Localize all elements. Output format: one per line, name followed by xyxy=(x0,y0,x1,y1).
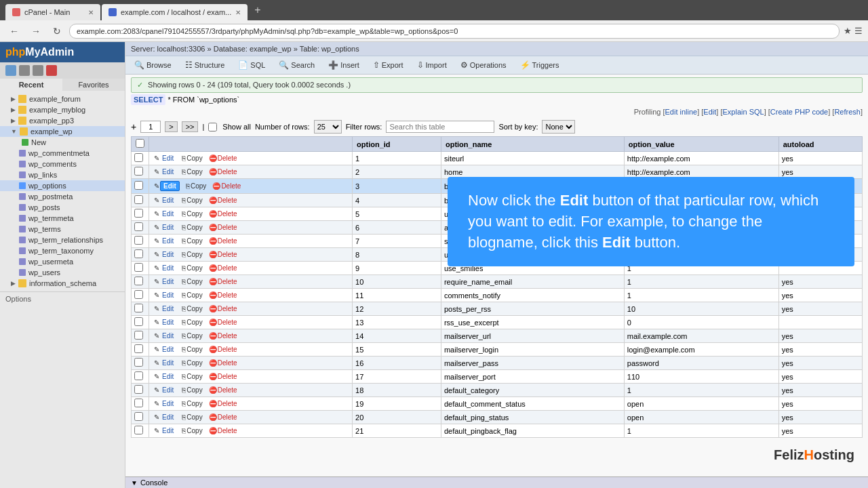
edit-label[interactable]: Edit xyxy=(160,318,176,327)
filter-input[interactable] xyxy=(386,121,494,133)
delete-button-15[interactable]: ⛔ Delete xyxy=(207,345,239,354)
tab-cpanel[interactable]: cPanel - Main ✕ xyxy=(5,4,100,20)
copy-button-20[interactable]: ⎘ Copy xyxy=(180,413,204,422)
insert-button[interactable]: ➕ Insert xyxy=(322,58,366,73)
tab-pma-close[interactable]: ✕ xyxy=(235,9,241,16)
row-checkbox[interactable] xyxy=(134,412,143,421)
copy-button-18[interactable]: ⎘ Copy xyxy=(180,386,204,394)
edit-label[interactable]: Edit xyxy=(160,167,176,176)
row-checkbox[interactable] xyxy=(134,426,143,434)
create-php-link[interactable]: Create PHP code xyxy=(770,108,828,116)
edit-label[interactable]: Edit xyxy=(160,345,176,354)
copy-button-1[interactable]: ⎘ Copy xyxy=(180,154,204,163)
row-checkbox[interactable] xyxy=(134,358,143,367)
edit-label[interactable]: Edit xyxy=(160,154,176,163)
edit-label[interactable]: Edit xyxy=(160,372,176,381)
row-checkbox[interactable] xyxy=(134,249,143,258)
edit-label[interactable]: Edit xyxy=(160,250,176,259)
copy-button-14[interactable]: ⎘ Copy xyxy=(180,331,204,340)
edit-button-15[interactable]: ✎ Edit xyxy=(152,344,178,354)
th-option-value[interactable]: option_value xyxy=(624,137,778,152)
copy-button-17[interactable]: ⎘ Copy xyxy=(180,372,204,381)
refresh-link[interactable]: Refresh xyxy=(834,108,861,116)
copy-button-9[interactable]: ⎘ Copy xyxy=(180,264,204,272)
edit-label[interactable]: Edit xyxy=(160,386,176,394)
row-checkbox[interactable] xyxy=(134,290,143,299)
tree-new[interactable]: New xyxy=(0,137,125,148)
edit-button-12[interactable]: ✎ Edit xyxy=(152,304,178,314)
url-bar[interactable] xyxy=(69,24,840,39)
copy-button-10[interactable]: ⎘ Copy xyxy=(180,277,204,286)
tree-wp-term-relationships[interactable]: wp_term_relationships xyxy=(0,235,125,245)
edit-link[interactable]: Edit xyxy=(703,108,716,116)
delete-button-18[interactable]: ⛔ Delete xyxy=(207,386,239,394)
delete-button-10[interactable]: ⛔ Delete xyxy=(207,277,239,286)
th-option-id[interactable]: option_id xyxy=(353,137,441,152)
edit-label[interactable]: Edit xyxy=(160,223,176,232)
edit-label[interactable]: Edit xyxy=(160,359,176,367)
copy-button-4[interactable]: ⎘ Copy xyxy=(180,196,204,205)
delete-button-4[interactable]: ⛔ Delete xyxy=(207,196,239,205)
recent-button[interactable]: Recent xyxy=(0,79,62,91)
edit-label[interactable]: Edit xyxy=(160,291,176,300)
edit-button-14[interactable]: ✎ Edit xyxy=(152,331,178,341)
delete-button-2[interactable]: ⛔ Delete xyxy=(207,167,239,176)
delete-button-9[interactable]: ⛔ Delete xyxy=(207,264,239,272)
rows-per-page-select[interactable]: 2550100 xyxy=(314,120,342,134)
bookmark-icon[interactable]: ★ xyxy=(844,26,852,36)
th-option-name[interactable]: option_name xyxy=(441,137,624,152)
edit-label[interactable]: Edit xyxy=(160,209,176,218)
copy-button-3[interactable]: ⎘ Copy xyxy=(184,182,208,190)
row-checkbox[interactable] xyxy=(134,304,143,312)
tree-wp-termmeta[interactable]: wp_termmeta xyxy=(0,213,125,224)
row-checkbox[interactable] xyxy=(134,236,143,245)
row-checkbox[interactable] xyxy=(134,371,143,380)
copy-button-19[interactable]: ⎘ Copy xyxy=(180,399,204,408)
console-bar[interactable]: ▼ Console xyxy=(125,476,868,488)
delete-button-17[interactable]: ⛔ Delete xyxy=(207,372,239,381)
delete-button-13[interactable]: ⛔ Delete xyxy=(207,318,239,327)
edit-button-19[interactable]: ✎ Edit xyxy=(152,399,178,409)
browse-button[interactable]: 🔍 Browse xyxy=(128,58,178,73)
tree-wp-usermeta[interactable]: wp_usermeta xyxy=(0,256,125,267)
delete-button-20[interactable]: ⛔ Delete xyxy=(207,413,239,422)
structure-button[interactable]: ☷ Structure xyxy=(179,58,231,73)
delete-button-6[interactable]: ⛔ Delete xyxy=(207,223,239,232)
copy-button-2[interactable]: ⎘ Copy xyxy=(180,167,204,176)
edit-button-11[interactable]: ✎ Edit xyxy=(152,290,178,300)
copy-button-5[interactable]: ⎘ Copy xyxy=(180,209,204,218)
tree-wp-options[interactable]: wp_options xyxy=(0,180,125,191)
tree-wp-posts[interactable]: wp_posts xyxy=(0,202,125,213)
edit-label[interactable]: Edit xyxy=(160,277,176,286)
edit-button-16[interactable]: ✎ Edit xyxy=(152,358,178,368)
next-page-button[interactable]: > xyxy=(165,121,177,132)
sidebar-exit-icon[interactable] xyxy=(46,65,57,76)
edit-button-4[interactable]: ✎ Edit xyxy=(152,195,178,205)
row-checkbox[interactable] xyxy=(134,344,143,353)
edit-label[interactable]: Edit xyxy=(160,331,176,340)
forward-button[interactable]: → xyxy=(27,24,45,38)
db-example-forum[interactable]: ▶ example_forum xyxy=(0,94,125,104)
delete-button-14[interactable]: ⛔ Delete xyxy=(207,331,239,340)
copy-button-7[interactable]: ⎘ Copy xyxy=(180,237,204,245)
menu-icon[interactable]: ☰ xyxy=(854,26,863,36)
edit-label[interactable]: Edit xyxy=(160,413,176,422)
tree-wp-terms[interactable]: wp_terms xyxy=(0,224,125,235)
th-autoload[interactable]: autoload xyxy=(778,137,862,152)
show-all-checkbox[interactable] xyxy=(208,123,217,131)
row-checkbox[interactable] xyxy=(134,263,143,272)
sidebar-sync-icon[interactable] xyxy=(33,65,43,76)
edit-inline-link[interactable]: Edit inline xyxy=(665,108,697,116)
db-example-pp3[interactable]: ▶ example_pp3 xyxy=(0,115,125,126)
copy-button-16[interactable]: ⎘ Copy xyxy=(180,359,204,367)
last-page-button[interactable]: >> xyxy=(182,121,199,132)
edit-label[interactable]: Edit xyxy=(160,304,176,313)
tree-wp-postmeta[interactable]: wp_postmeta xyxy=(0,191,125,202)
row-checkbox[interactable] xyxy=(134,222,143,231)
edit-button-8[interactable]: ✎ Edit xyxy=(152,249,178,260)
edit-label[interactable]: Edit xyxy=(160,426,176,435)
copy-button-8[interactable]: ⎘ Copy xyxy=(180,250,204,259)
sidebar-settings-icon[interactable] xyxy=(19,65,30,76)
tab-cpanel-close[interactable]: ✕ xyxy=(88,9,94,16)
delete-button-8[interactable]: ⛔ Delete xyxy=(207,250,239,259)
